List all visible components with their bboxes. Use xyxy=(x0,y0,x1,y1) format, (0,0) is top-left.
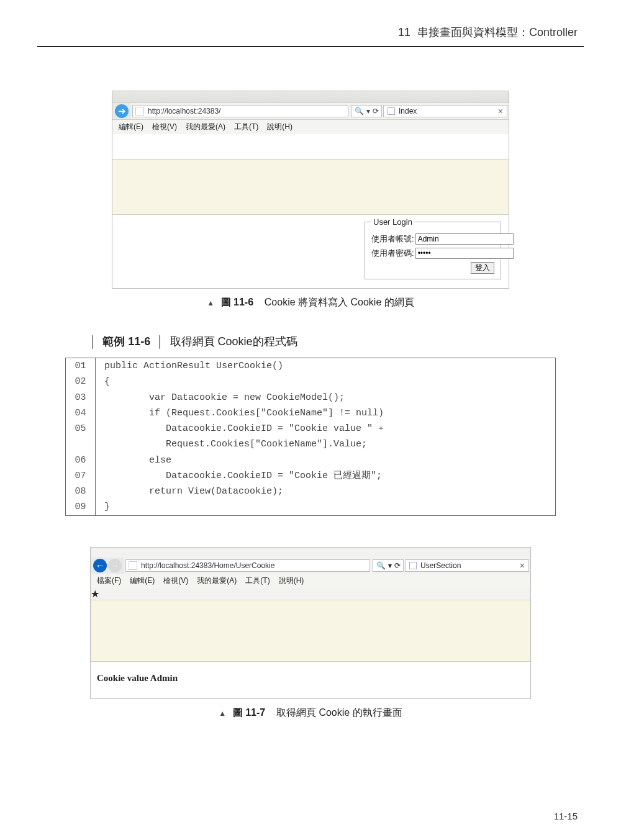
password-label: 使用者密碼: xyxy=(371,248,414,259)
menu-bar: 編輯(E) 檢視(V) 我的最愛(A) 工具(T) 說明(H) xyxy=(112,120,509,134)
divider xyxy=(37,46,584,47)
window-titlebar xyxy=(91,548,530,558)
example-title: 取得網頁 Cookie的程式碼 xyxy=(170,334,297,349)
menu-bar: 檔案(F) 編輯(E) 檢視(V) 我的最愛(A) 工具(T) 說明(H) xyxy=(91,574,530,588)
star-icon[interactable]: ★ xyxy=(91,589,99,599)
search-refresh-box[interactable]: 🔍 ▾ ⟳ xyxy=(351,105,382,117)
menu-view[interactable]: 檢視(V) xyxy=(152,122,177,132)
menu-fav[interactable]: 我的最愛(A) xyxy=(197,576,237,586)
browser-screenshot-1: ➔ 🔍 ▾ ⟳ Index × 編輯(E) 檢視(V) 我的最愛(A) 工具(T… xyxy=(112,91,509,289)
nav-forward-button[interactable]: ➔ xyxy=(112,103,131,119)
menu-tools[interactable]: 工具(T) xyxy=(234,122,258,132)
chapter-title: 串接畫面與資料模型：Controller xyxy=(417,26,578,38)
tab-title: UserSection xyxy=(420,561,461,570)
menu-view[interactable]: 檢視(V) xyxy=(163,576,188,586)
menu-tools[interactable]: 工具(T) xyxy=(245,576,270,586)
tab-title: Index xyxy=(399,107,417,115)
search-icon: 🔍 xyxy=(376,561,386,570)
code-line: { xyxy=(96,374,110,389)
code-line: if (Request.Cookies["CookieName"] != nul… xyxy=(96,405,384,421)
code-line-number: 04 xyxy=(66,405,96,421)
address-bar[interactable] xyxy=(132,105,348,117)
favorites-bar: ★ xyxy=(91,588,530,600)
username-label: 使用者帳號: xyxy=(371,233,414,245)
browser-tab[interactable]: Index × xyxy=(383,105,507,117)
address-bar[interactable] xyxy=(125,559,370,572)
page-favicon-icon xyxy=(129,561,137,570)
code-line-number: 05 xyxy=(66,421,96,436)
code-line-number: 02 xyxy=(66,374,96,389)
figure-1-caption: ▲ 圖 11-6 Cookie 將資料寫入 Cookie 的網頁 xyxy=(37,296,584,309)
code-line: return View(Datacookie); xyxy=(96,484,283,499)
chapter-heading: 11 串接畫面與資料模型：Controller xyxy=(37,25,584,40)
window-titlebar xyxy=(112,91,509,102)
triangle-up-icon: ▲ xyxy=(207,299,214,307)
figure-2-caption: ▲ 圖 11-7 取得網頁 Cookie 的執行畫面 xyxy=(37,707,584,720)
code-line-number: 08 xyxy=(66,484,96,499)
page-cream-band xyxy=(91,600,530,662)
url-input[interactable] xyxy=(140,561,367,571)
nav-back-button[interactable]: ← xyxy=(93,559,107,572)
code-line: Datacookie.CookieID = "Cookie value " + xyxy=(96,421,384,436)
menu-edit[interactable]: 編輯(E) xyxy=(119,122,143,132)
code-block: 01public ActionResult UserCookie()02{03 … xyxy=(65,358,556,516)
menu-help[interactable]: 說明(H) xyxy=(267,122,292,132)
dropdown-icon: ▾ xyxy=(388,561,392,570)
menu-edit[interactable]: 編輯(E) xyxy=(130,576,155,586)
bar-icon: │ xyxy=(156,335,163,348)
tab-close-icon[interactable]: × xyxy=(498,107,503,115)
bar-icon: │ xyxy=(89,335,96,348)
code-line-number: 07 xyxy=(66,468,96,484)
browser-tab[interactable]: UserSection × xyxy=(405,559,529,572)
nav-buttons: ← → xyxy=(91,558,124,574)
page-number: 11-15 xyxy=(554,811,578,821)
login-fieldset: User Login 使用者帳號: 使用者密碼: 登入 xyxy=(365,217,501,279)
figure-1-text: Cookie 將資料寫入 Cookie 的網頁 xyxy=(265,297,414,307)
dropdown-icon: ▾ xyxy=(366,107,370,115)
username-input[interactable] xyxy=(415,233,514,245)
refresh-icon: ⟳ xyxy=(394,561,401,570)
url-input[interactable] xyxy=(147,106,345,116)
password-input[interactable] xyxy=(415,248,514,259)
arrow-right-icon: ➔ xyxy=(115,104,129,118)
tab-favicon-icon xyxy=(388,107,395,115)
code-line: public ActionResult UserCookie() xyxy=(96,358,283,374)
figure-1-label: 圖 11-6 xyxy=(221,297,253,307)
login-area: User Login 使用者帳號: 使用者密碼: 登入 xyxy=(112,215,509,288)
code-line-number xyxy=(66,436,96,452)
tab-close-icon[interactable]: × xyxy=(520,561,525,571)
search-icon: 🔍 xyxy=(355,107,364,115)
result-text: Cookie value Admin xyxy=(91,662,530,698)
chapter-number: 11 xyxy=(398,26,410,38)
address-row: ← → 🔍 ▾ ⟳ UserSection × xyxy=(91,558,530,574)
code-line: Datacookie.CookieID = "Cookie 已經過期"; xyxy=(96,468,382,484)
menu-help[interactable]: 說明(H) xyxy=(279,576,304,586)
code-line-number: 01 xyxy=(66,358,96,374)
code-line-number: 06 xyxy=(66,453,96,468)
search-refresh-box[interactable]: 🔍 ▾ ⟳ xyxy=(373,559,404,572)
example-heading: │ 範例 11-6 │ 取得網頁 Cookie的程式碼 xyxy=(87,334,584,349)
code-line: } xyxy=(96,499,110,515)
page-cream-band xyxy=(112,159,509,215)
page-favicon-icon xyxy=(135,107,144,115)
login-legend: User Login xyxy=(371,217,414,227)
code-line-number: 03 xyxy=(66,390,96,405)
figure-2-text: 取得網頁 Cookie 的執行畫面 xyxy=(276,707,402,718)
address-row: ➔ 🔍 ▾ ⟳ Index × xyxy=(112,102,509,120)
code-line: else xyxy=(96,453,171,468)
code-line: Request.Cookies["CookieName"].Value; xyxy=(96,436,367,452)
login-button[interactable]: 登入 xyxy=(471,262,494,274)
triangle-up-icon: ▲ xyxy=(219,709,226,718)
refresh-icon: ⟳ xyxy=(373,107,379,115)
page-top-whitespace xyxy=(112,134,509,159)
code-line-number: 09 xyxy=(66,499,96,515)
tab-favicon-icon xyxy=(409,562,417,569)
nav-forward-button[interactable]: → xyxy=(108,559,122,572)
figure-2-label: 圖 11-7 xyxy=(233,707,265,718)
code-line: var Datacookie = new CookieModel(); xyxy=(96,390,345,405)
browser-screenshot-2: ← → 🔍 ▾ ⟳ UserSection × 檔案(F) 編輯(E) 檢視(V… xyxy=(90,547,531,699)
menu-file[interactable]: 檔案(F) xyxy=(97,576,121,586)
example-label: 範例 11-6 xyxy=(102,334,150,349)
menu-fav[interactable]: 我的最愛(A) xyxy=(186,122,225,132)
